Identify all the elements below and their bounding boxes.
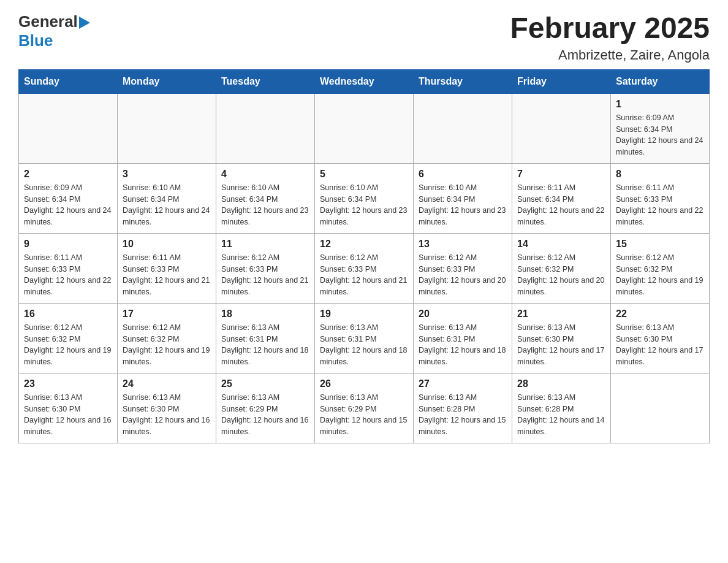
table-row: 2Sunrise: 6:09 AM Sunset: 6:34 PM Daylig… <box>19 163 118 233</box>
day-number: 12 <box>320 239 408 250</box>
table-row: 9Sunrise: 6:11 AM Sunset: 6:33 PM Daylig… <box>19 233 118 303</box>
day-info: Sunrise: 6:12 AM Sunset: 6:33 PM Dayligh… <box>419 252 507 298</box>
calendar-week-row: 9Sunrise: 6:11 AM Sunset: 6:33 PM Daylig… <box>19 233 710 303</box>
day-number: 5 <box>320 169 408 180</box>
logo-arrow-icon <box>79 17 90 29</box>
day-number: 18 <box>221 308 309 320</box>
header-friday: Friday <box>512 69 611 93</box>
table-row: 13Sunrise: 6:12 AM Sunset: 6:33 PM Dayli… <box>414 233 512 303</box>
day-number: 1 <box>616 99 704 110</box>
day-info: Sunrise: 6:13 AM Sunset: 6:29 PM Dayligh… <box>320 392 408 438</box>
table-row: 1Sunrise: 6:09 AM Sunset: 6:34 PM Daylig… <box>611 93 710 163</box>
table-row: 16Sunrise: 6:12 AM Sunset: 6:32 PM Dayli… <box>19 303 118 373</box>
day-info: Sunrise: 6:13 AM Sunset: 6:30 PM Dayligh… <box>24 392 112 438</box>
table-row: 17Sunrise: 6:12 AM Sunset: 6:32 PM Dayli… <box>118 303 216 373</box>
calendar-week-row: 1Sunrise: 6:09 AM Sunset: 6:34 PM Daylig… <box>19 93 710 163</box>
day-info: Sunrise: 6:10 AM Sunset: 6:34 PM Dayligh… <box>221 182 309 228</box>
table-row <box>216 93 315 163</box>
day-number: 20 <box>419 308 507 320</box>
header-thursday: Thursday <box>414 69 512 93</box>
day-number: 24 <box>123 378 211 389</box>
table-row: 23Sunrise: 6:13 AM Sunset: 6:30 PM Dayli… <box>19 373 118 443</box>
logo: General Blue <box>18 12 90 50</box>
table-row: 28Sunrise: 6:13 AM Sunset: 6:28 PM Dayli… <box>512 373 611 443</box>
day-info: Sunrise: 6:13 AM Sunset: 6:29 PM Dayligh… <box>221 392 309 438</box>
table-row: 19Sunrise: 6:13 AM Sunset: 6:31 PM Dayli… <box>315 303 414 373</box>
table-row <box>19 93 118 163</box>
day-info: Sunrise: 6:12 AM Sunset: 6:33 PM Dayligh… <box>221 252 309 298</box>
day-info: Sunrise: 6:13 AM Sunset: 6:30 PM Dayligh… <box>616 322 704 368</box>
header-tuesday: Tuesday <box>216 69 315 93</box>
calendar-table: Sunday Monday Tuesday Wednesday Thursday… <box>18 69 710 443</box>
day-number: 7 <box>517 169 605 180</box>
day-number: 17 <box>123 308 211 320</box>
calendar-week-row: 16Sunrise: 6:12 AM Sunset: 6:32 PM Dayli… <box>19 303 710 373</box>
table-row: 15Sunrise: 6:12 AM Sunset: 6:32 PM Dayli… <box>611 233 710 303</box>
day-number: 10 <box>123 239 211 250</box>
day-info: Sunrise: 6:13 AM Sunset: 6:31 PM Dayligh… <box>320 322 408 368</box>
day-number: 28 <box>517 378 605 389</box>
day-info: Sunrise: 6:11 AM Sunset: 6:34 PM Dayligh… <box>517 182 605 228</box>
table-row: 6Sunrise: 6:10 AM Sunset: 6:34 PM Daylig… <box>414 163 512 233</box>
table-row: 24Sunrise: 6:13 AM Sunset: 6:30 PM Dayli… <box>118 373 216 443</box>
day-info: Sunrise: 6:12 AM Sunset: 6:32 PM Dayligh… <box>123 322 211 368</box>
day-info: Sunrise: 6:12 AM Sunset: 6:32 PM Dayligh… <box>517 252 605 298</box>
calendar-week-row: 2Sunrise: 6:09 AM Sunset: 6:34 PM Daylig… <box>19 163 710 233</box>
day-number: 9 <box>24 239 112 250</box>
table-row: 12Sunrise: 6:12 AM Sunset: 6:33 PM Dayli… <box>315 233 414 303</box>
logo-blue: Blue <box>18 31 53 50</box>
day-number: 8 <box>616 169 704 180</box>
table-row: 25Sunrise: 6:13 AM Sunset: 6:29 PM Dayli… <box>216 373 315 443</box>
page-header: General Blue February 2025 Ambrizette, Z… <box>18 12 710 63</box>
day-info: Sunrise: 6:09 AM Sunset: 6:34 PM Dayligh… <box>616 112 704 158</box>
table-row: 14Sunrise: 6:12 AM Sunset: 6:32 PM Dayli… <box>512 233 611 303</box>
table-row: 8Sunrise: 6:11 AM Sunset: 6:33 PM Daylig… <box>611 163 710 233</box>
table-row <box>512 93 611 163</box>
table-row <box>611 373 710 443</box>
calendar-header-row: Sunday Monday Tuesday Wednesday Thursday… <box>19 69 710 93</box>
table-row <box>118 93 216 163</box>
day-info: Sunrise: 6:13 AM Sunset: 6:31 PM Dayligh… <box>221 322 309 368</box>
day-info: Sunrise: 6:12 AM Sunset: 6:32 PM Dayligh… <box>24 322 112 368</box>
day-number: 23 <box>24 378 112 389</box>
day-info: Sunrise: 6:09 AM Sunset: 6:34 PM Dayligh… <box>24 182 112 228</box>
table-row <box>414 93 512 163</box>
day-info: Sunrise: 6:11 AM Sunset: 6:33 PM Dayligh… <box>24 252 112 298</box>
day-number: 25 <box>221 378 309 389</box>
day-info: Sunrise: 6:13 AM Sunset: 6:31 PM Dayligh… <box>419 322 507 368</box>
day-number: 21 <box>517 308 605 320</box>
day-number: 15 <box>616 239 704 250</box>
day-info: Sunrise: 6:12 AM Sunset: 6:33 PM Dayligh… <box>320 252 408 298</box>
day-number: 19 <box>320 308 408 320</box>
day-number: 2 <box>24 169 112 180</box>
day-info: Sunrise: 6:12 AM Sunset: 6:32 PM Dayligh… <box>616 252 704 298</box>
table-row: 7Sunrise: 6:11 AM Sunset: 6:34 PM Daylig… <box>512 163 611 233</box>
day-number: 26 <box>320 378 408 389</box>
title-block: February 2025 Ambrizette, Zaire, Angola <box>510 12 710 63</box>
table-row: 4Sunrise: 6:10 AM Sunset: 6:34 PM Daylig… <box>216 163 315 233</box>
day-info: Sunrise: 6:13 AM Sunset: 6:28 PM Dayligh… <box>419 392 507 438</box>
table-row: 26Sunrise: 6:13 AM Sunset: 6:29 PM Dayli… <box>315 373 414 443</box>
table-row <box>315 93 414 163</box>
day-number: 27 <box>419 378 507 389</box>
day-info: Sunrise: 6:10 AM Sunset: 6:34 PM Dayligh… <box>123 182 211 228</box>
day-info: Sunrise: 6:13 AM Sunset: 6:30 PM Dayligh… <box>517 322 605 368</box>
header-saturday: Saturday <box>611 69 710 93</box>
table-row: 22Sunrise: 6:13 AM Sunset: 6:30 PM Dayli… <box>611 303 710 373</box>
day-number: 4 <box>221 169 309 180</box>
header-wednesday: Wednesday <box>315 69 414 93</box>
day-info: Sunrise: 6:11 AM Sunset: 6:33 PM Dayligh… <box>123 252 211 298</box>
day-number: 6 <box>419 169 507 180</box>
table-row: 21Sunrise: 6:13 AM Sunset: 6:30 PM Dayli… <box>512 303 611 373</box>
day-info: Sunrise: 6:13 AM Sunset: 6:28 PM Dayligh… <box>517 392 605 438</box>
table-row: 3Sunrise: 6:10 AM Sunset: 6:34 PM Daylig… <box>118 163 216 233</box>
table-row: 11Sunrise: 6:12 AM Sunset: 6:33 PM Dayli… <box>216 233 315 303</box>
table-row: 10Sunrise: 6:11 AM Sunset: 6:33 PM Dayli… <box>118 233 216 303</box>
day-number: 22 <box>616 308 704 320</box>
header-sunday: Sunday <box>19 69 118 93</box>
day-info: Sunrise: 6:11 AM Sunset: 6:33 PM Dayligh… <box>616 182 704 228</box>
calendar-week-row: 23Sunrise: 6:13 AM Sunset: 6:30 PM Dayli… <box>19 373 710 443</box>
day-info: Sunrise: 6:10 AM Sunset: 6:34 PM Dayligh… <box>320 182 408 228</box>
day-number: 14 <box>517 239 605 250</box>
calendar-title: February 2025 <box>510 12 710 45</box>
